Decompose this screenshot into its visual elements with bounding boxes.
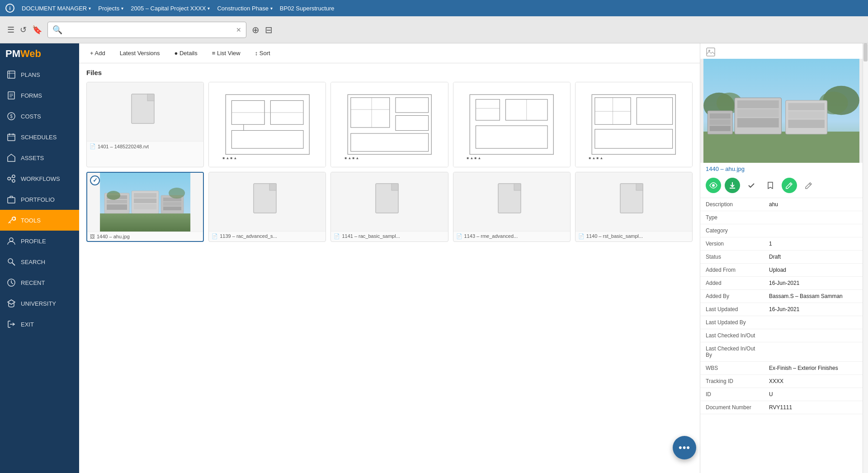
hamburger-menu-icon[interactable]: ☰ [7,25,14,35]
field-value [764,316,863,329]
file-name: 📄 1125 – A-1502-A(5).pdf [331,167,448,167]
approve-button[interactable] [744,178,759,193]
sidebar-item-exit[interactable]: EXIT [0,314,79,335]
list-item[interactable]: 📄 1139 – rac_advanced_s... [208,172,326,242]
list-item[interactable]: ■ ▲ ■ ▲ 📄 1126 – A-1502-A(11).pdf [453,82,571,167]
sidebar-item-label: SEARCH [21,259,45,265]
sidebar-item-search[interactable]: SEARCH [0,251,79,272]
svg-text:■ ▲ ■ ▲: ■ ▲ ■ ▲ [467,156,481,160]
svg-rect-73 [163,202,181,206]
scrollbar-thumb[interactable] [863,43,868,61]
svg-rect-88 [703,132,859,163]
svg-rect-19 [8,198,15,203]
list-item[interactable]: ■ ▲ ■ ▲ 📄 1125 – A-1502-A(5).pdf [330,82,448,167]
file-thumbnail: ■ ▲ ■ ▲ [331,82,448,167]
document-icon [251,183,283,220]
list-item[interactable]: 📄 1143 – rme_advanced... [453,172,571,242]
university-icon [6,298,16,308]
detail-actions [700,174,863,198]
file-grid: 📄 1401 – 1485220248.rvt [86,82,693,242]
nav-construction-phase[interactable]: Construction Phase ▾ [217,5,272,12]
svg-point-105 [712,184,715,187]
list-item[interactable]: 📄 1141 – rac_basic_sampl... [330,172,448,242]
nav-projects[interactable]: Projects ▾ [98,5,123,12]
file-thumbnail [209,172,326,231]
pdf-icon: 📄 [212,233,218,239]
svg-rect-98 [788,103,825,110]
sidebar-item-label: FORMS [21,92,42,99]
details-button[interactable]: ● Details [171,48,201,58]
sidebar-item-recent[interactable]: RECENT [0,272,79,293]
file-thumbnail [453,172,570,231]
svg-marker-13 [8,154,15,161]
field-value [764,329,863,342]
info-icon[interactable]: i [5,4,14,13]
field-label: Last Checked In/Out By [700,342,764,362]
files-area: Files 📄 1 [79,63,700,473]
sidebar-item-forms[interactable]: FORMS [0,85,79,106]
list-item[interactable]: ✓ [86,172,204,242]
portfolio-icon [6,194,16,204]
svg-point-16 [12,180,15,182]
table-row: Last Checked In/Out [700,329,863,342]
nav-document-manager[interactable]: DOCUMENT MANAGER ▾ [22,5,91,12]
field-value: XXXX [764,375,863,388]
filter-icon[interactable]: ⊟ [265,24,273,35]
svg-rect-84 [636,184,643,190]
sidebar-item-plans[interactable]: PLANS [0,64,79,85]
sidebar-item-portfolio[interactable]: PORTFOLIO [0,189,79,210]
workflows-icon [6,174,16,184]
search-input[interactable] [65,26,236,33]
list-view-button[interactable]: ≡ List View [208,48,244,58]
download-button[interactable] [725,178,740,193]
sidebar-item-costs[interactable]: $ COSTS [0,106,79,127]
list-item[interactable]: ■ ▲ ■ ▲ 📄 1129 – A-1501-A(12).pdf [208,82,326,167]
nav-capital-project[interactable]: 2005 – Capital Project XXXX ▾ [131,5,210,12]
sidebar-item-workflows[interactable]: WORKFLOWS [0,168,79,189]
svg-rect-66 [107,204,127,210]
view-button[interactable] [706,178,721,193]
clear-search-icon[interactable]: ✕ [236,26,241,33]
sidebar-item-profile[interactable]: PROFILE [0,231,79,251]
tools-icon [6,215,16,225]
sidebar-item-schedules[interactable]: SCHEDULES [0,127,79,147]
sidebar-item-label: ASSETS [21,155,44,161]
sidebar-item-tools[interactable]: TOOLS [0,210,79,231]
list-item[interactable]: 📄 1401 – 1485220248.rvt [86,82,204,167]
bookmark-nav-icon[interactable]: 🔖 [32,25,42,35]
svg-rect-0 [8,71,15,78]
sidebar-item-label: RECENT [21,279,45,286]
field-value: Upload [764,264,863,277]
field-value: 16-Jun-2021 [764,277,863,290]
list-item[interactable]: ■ ▲ ■ ▲ 📄 1127 – A-1502-A(12).pdf [575,82,693,167]
chevron-down-icon: ▾ [270,6,273,11]
jpg-icon: 🖼 [90,234,95,239]
add-button[interactable]: + Add [86,48,109,58]
list-item[interactable]: 📄 1140 – rst_basic_sampl... [575,172,693,242]
svg-rect-94 [737,100,779,108]
zoom-icon[interactable]: ⊕ [252,24,259,35]
undo-icon[interactable]: ↺ [20,25,27,35]
pdf-icon: 📄 [578,233,585,239]
svg-point-76 [169,188,185,199]
bookmark-button[interactable] [763,178,778,193]
scrollbar-track[interactable] [863,43,868,473]
detail-filename[interactable]: 1440 – ahu.jpg [700,163,863,174]
sidebar-item-label: SCHEDULES [21,134,57,141]
exit-icon [6,319,16,329]
search-input-container: 🔍 ✕ [47,22,246,38]
latest-versions-button[interactable]: Latest Versions [116,48,164,58]
svg-rect-9 [8,134,15,141]
edit-green-button[interactable] [782,178,797,193]
selected-checkmark: ✓ [90,175,100,185]
sidebar-item-university[interactable]: UNIVERSITY [0,293,79,314]
sidebar-item-label: EXIT [21,321,34,328]
fab-button[interactable]: ••• [673,436,696,459]
file-thumbnail: ■ ▲ ■ ▲ [453,82,570,167]
sort-button[interactable]: ↕ Sort [251,48,274,58]
pencil-button[interactable] [801,178,816,193]
ahu-photo-svg [87,173,203,232]
field-label: Type [700,211,764,224]
sidebar-item-assets[interactable]: ASSETS [0,147,79,168]
field-label: Last Checked In/Out [700,329,764,342]
